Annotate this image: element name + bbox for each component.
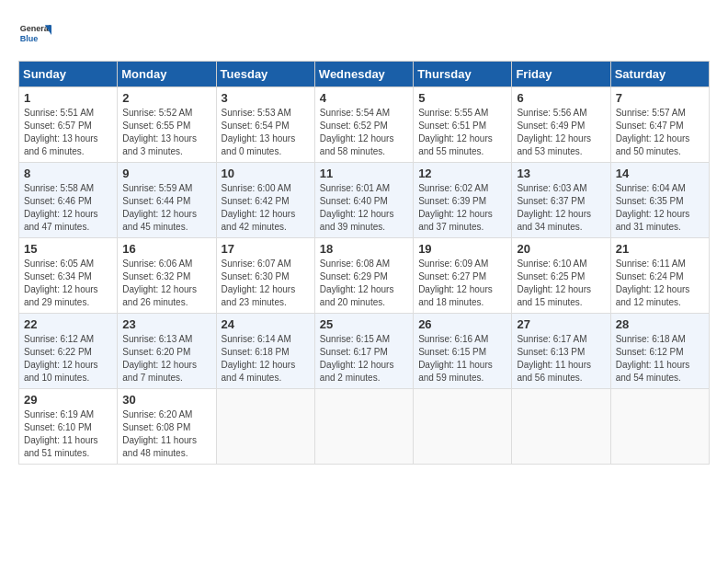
calendar-cell: 22Sunrise: 6:12 AM Sunset: 6:22 PM Dayli… [19, 314, 118, 389]
day-info: Sunrise: 6:17 AM Sunset: 6:13 PM Dayligh… [517, 333, 605, 385]
calendar-cell [314, 389, 413, 465]
calendar-cell: 9Sunrise: 5:59 AM Sunset: 6:44 PM Daylig… [118, 163, 216, 238]
calendar-cell: 11Sunrise: 6:01 AM Sunset: 6:40 PM Dayli… [314, 163, 413, 238]
day-number: 22 [24, 317, 112, 331]
calendar-cell: 12Sunrise: 6:02 AM Sunset: 6:39 PM Dayli… [414, 163, 512, 238]
day-number: 28 [616, 317, 704, 331]
svg-text:Blue: Blue [20, 34, 39, 43]
calendar-cell: 4Sunrise: 5:54 AM Sunset: 6:52 PM Daylig… [314, 87, 413, 163]
calendar-cell: 7Sunrise: 5:57 AM Sunset: 6:47 PM Daylig… [610, 87, 709, 163]
day-info: Sunrise: 6:03 AM Sunset: 6:37 PM Dayligh… [517, 182, 605, 234]
day-number: 10 [222, 167, 310, 180]
calendar-cell: 29Sunrise: 6:19 AM Sunset: 6:10 PM Dayli… [19, 389, 118, 465]
calendar-cell: 23Sunrise: 6:13 AM Sunset: 6:20 PM Dayli… [118, 314, 216, 389]
day-number: 30 [122, 393, 210, 407]
weekday-header-thursday: Thursday [414, 62, 512, 87]
calendar-cell: 3Sunrise: 5:53 AM Sunset: 6:54 PM Daylig… [216, 87, 314, 163]
calendar-cell: 25Sunrise: 6:15 AM Sunset: 6:17 PM Dayli… [314, 314, 413, 389]
weekday-header-friday: Friday [512, 62, 610, 87]
day-info: Sunrise: 5:53 AM Sunset: 6:54 PM Dayligh… [222, 107, 310, 158]
day-number: 16 [122, 242, 210, 256]
day-number: 8 [24, 167, 112, 180]
calendar-cell: 30Sunrise: 6:20 AM Sunset: 6:08 PM Dayli… [118, 389, 216, 465]
day-number: 9 [122, 167, 210, 180]
day-number: 26 [418, 317, 506, 331]
calendar-cell: 14Sunrise: 6:04 AM Sunset: 6:35 PM Dayli… [610, 163, 709, 238]
calendar-cell: 28Sunrise: 6:18 AM Sunset: 6:12 PM Dayli… [610, 314, 709, 389]
day-number: 7 [616, 91, 704, 105]
calendar-cell: 20Sunrise: 6:10 AM Sunset: 6:25 PM Dayli… [512, 238, 610, 314]
day-info: Sunrise: 6:06 AM Sunset: 6:32 PM Dayligh… [122, 258, 210, 309]
day-info: Sunrise: 6:07 AM Sunset: 6:30 PM Dayligh… [222, 258, 310, 309]
day-info: Sunrise: 6:13 AM Sunset: 6:20 PM Dayligh… [122, 333, 210, 385]
weekday-header-wednesday: Wednesday [314, 62, 413, 87]
calendar-cell: 24Sunrise: 6:14 AM Sunset: 6:18 PM Dayli… [216, 314, 314, 389]
calendar-cell: 16Sunrise: 6:06 AM Sunset: 6:32 PM Dayli… [118, 238, 216, 314]
day-info: Sunrise: 5:54 AM Sunset: 6:52 PM Dayligh… [320, 107, 408, 158]
day-number: 14 [616, 167, 704, 180]
day-info: Sunrise: 6:10 AM Sunset: 6:25 PM Dayligh… [517, 258, 605, 309]
calendar-cell: 5Sunrise: 5:55 AM Sunset: 6:51 PM Daylig… [414, 87, 512, 163]
day-number: 2 [122, 91, 210, 105]
calendar-cell: 10Sunrise: 6:00 AM Sunset: 6:42 PM Dayli… [216, 163, 314, 238]
day-info: Sunrise: 6:14 AM Sunset: 6:18 PM Dayligh… [222, 333, 310, 385]
calendar-cell: 2Sunrise: 5:52 AM Sunset: 6:55 PM Daylig… [118, 87, 216, 163]
calendar-cell: 26Sunrise: 6:16 AM Sunset: 6:15 PM Dayli… [414, 314, 512, 389]
day-info: Sunrise: 6:00 AM Sunset: 6:42 PM Dayligh… [222, 182, 310, 234]
day-info: Sunrise: 6:08 AM Sunset: 6:29 PM Dayligh… [320, 258, 408, 309]
day-info: Sunrise: 6:04 AM Sunset: 6:35 PM Dayligh… [616, 182, 704, 234]
day-number: 24 [222, 317, 310, 331]
day-info: Sunrise: 6:15 AM Sunset: 6:17 PM Dayligh… [320, 333, 408, 385]
day-number: 6 [517, 91, 605, 105]
calendar-cell: 17Sunrise: 6:07 AM Sunset: 6:30 PM Dayli… [216, 238, 314, 314]
day-number: 17 [222, 242, 310, 256]
weekday-header-saturday: Saturday [610, 62, 709, 87]
weekday-header-tuesday: Tuesday [216, 62, 314, 87]
day-number: 4 [320, 91, 408, 105]
calendar-cell: 8Sunrise: 5:58 AM Sunset: 6:46 PM Daylig… [19, 163, 118, 238]
day-info: Sunrise: 6:02 AM Sunset: 6:39 PM Dayligh… [418, 182, 506, 234]
day-info: Sunrise: 5:51 AM Sunset: 6:57 PM Dayligh… [24, 107, 112, 158]
day-number: 11 [320, 167, 408, 180]
day-number: 15 [24, 242, 112, 256]
day-info: Sunrise: 6:11 AM Sunset: 6:24 PM Dayligh… [616, 258, 704, 309]
day-number: 29 [24, 393, 112, 407]
day-info: Sunrise: 5:58 AM Sunset: 6:46 PM Dayligh… [24, 182, 112, 234]
day-number: 25 [320, 317, 408, 331]
day-number: 1 [24, 91, 112, 105]
calendar-cell: 1Sunrise: 5:51 AM Sunset: 6:57 PM Daylig… [19, 87, 118, 163]
calendar-cell: 19Sunrise: 6:09 AM Sunset: 6:27 PM Dayli… [414, 238, 512, 314]
day-number: 5 [418, 91, 506, 105]
calendar-cell: 21Sunrise: 6:11 AM Sunset: 6:24 PM Dayli… [610, 238, 709, 314]
calendar-cell: 15Sunrise: 6:05 AM Sunset: 6:34 PM Dayli… [19, 238, 118, 314]
day-number: 20 [517, 242, 605, 256]
day-number: 23 [122, 317, 210, 331]
calendar-cell: 18Sunrise: 6:08 AM Sunset: 6:29 PM Dayli… [314, 238, 413, 314]
day-number: 27 [517, 317, 605, 331]
day-number: 19 [418, 242, 506, 256]
day-info: Sunrise: 6:05 AM Sunset: 6:34 PM Dayligh… [24, 258, 112, 309]
day-info: Sunrise: 6:12 AM Sunset: 6:22 PM Dayligh… [24, 333, 112, 385]
day-info: Sunrise: 6:19 AM Sunset: 6:10 PM Dayligh… [24, 408, 112, 460]
day-number: 21 [616, 242, 704, 256]
weekday-header-sunday: Sunday [19, 62, 118, 87]
calendar-cell [216, 389, 314, 465]
calendar-cell: 27Sunrise: 6:17 AM Sunset: 6:13 PM Dayli… [512, 314, 610, 389]
day-info: Sunrise: 5:56 AM Sunset: 6:49 PM Dayligh… [517, 107, 605, 158]
calendar-cell [414, 389, 512, 465]
calendar: SundayMondayTuesdayWednesdayThursdayFrid… [18, 61, 710, 465]
day-info: Sunrise: 5:57 AM Sunset: 6:47 PM Dayligh… [616, 107, 704, 158]
day-info: Sunrise: 6:01 AM Sunset: 6:40 PM Dayligh… [320, 182, 408, 234]
logo: General Blue [18, 18, 55, 52]
day-info: Sunrise: 5:55 AM Sunset: 6:51 PM Dayligh… [418, 107, 506, 158]
calendar-cell: 13Sunrise: 6:03 AM Sunset: 6:37 PM Dayli… [512, 163, 610, 238]
day-info: Sunrise: 6:09 AM Sunset: 6:27 PM Dayligh… [418, 258, 506, 309]
calendar-cell [610, 389, 709, 465]
day-info: Sunrise: 6:16 AM Sunset: 6:15 PM Dayligh… [418, 333, 506, 385]
calendar-cell: 6Sunrise: 5:56 AM Sunset: 6:49 PM Daylig… [512, 87, 610, 163]
day-number: 13 [517, 167, 605, 180]
day-number: 12 [418, 167, 506, 180]
day-info: Sunrise: 5:59 AM Sunset: 6:44 PM Dayligh… [122, 182, 210, 234]
day-number: 3 [222, 91, 310, 105]
day-number: 18 [320, 242, 408, 256]
